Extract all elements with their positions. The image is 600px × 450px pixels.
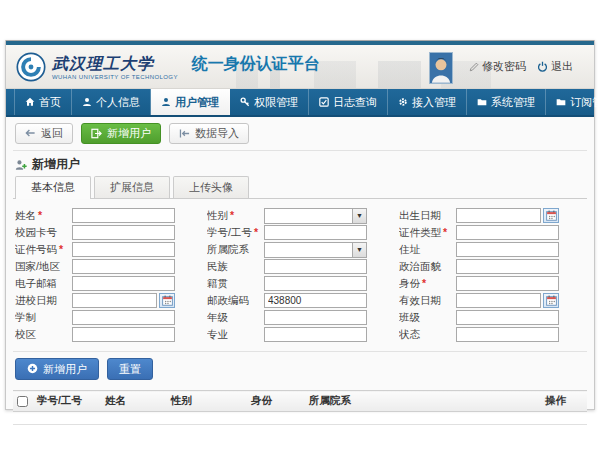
submit-add-user-button[interactable]: 新增用户 xyxy=(15,358,99,380)
form-field-identity: 身份* xyxy=(399,275,559,292)
nav-item-subscription[interactable]: 订阅管理 xyxy=(546,89,600,115)
valid-date-input[interactable] xyxy=(456,293,541,308)
tab-basic-info[interactable]: 基本信息 xyxy=(15,176,91,199)
form-field-student-id: 学号/工号* xyxy=(207,224,367,241)
nav-bar: 首页个人信息用户管理权限管理日志查询接入管理系统管理订阅管理 xyxy=(6,89,594,117)
country-input[interactable] xyxy=(72,259,175,274)
nav-item-system[interactable]: 系统管理 xyxy=(467,89,546,115)
column-header-gender: 性别 xyxy=(167,391,247,412)
nav-item-label: 系统管理 xyxy=(491,95,535,110)
student-id-input[interactable] xyxy=(264,225,367,240)
toolbar: 返回 新增用户 数据导入 xyxy=(13,117,587,151)
change-password-label: 修改密码 xyxy=(482,59,526,74)
calendar-icon[interactable] xyxy=(543,208,559,223)
platform-title: 统一身份认证平台 xyxy=(192,54,320,75)
class-input[interactable] xyxy=(456,310,559,325)
email-input[interactable] xyxy=(72,276,175,291)
department-select[interactable]: ▼ xyxy=(264,242,367,258)
input-wrap xyxy=(72,242,175,257)
major-input[interactable] xyxy=(264,327,367,342)
address-input[interactable] xyxy=(456,242,559,257)
field-label-ethnicity: 民族 xyxy=(207,260,264,274)
field-label-campus: 校区 xyxy=(15,328,72,342)
form-field-country: 国家/地区 xyxy=(15,258,175,275)
form-field-political-status: 政治面貌 xyxy=(399,258,559,275)
app-window: 武汉理工大学 WUHAN UNIVERSITY OF TECHNOLOGY 统一… xyxy=(5,40,595,410)
field-label-identity: 身份* xyxy=(399,277,456,291)
entry-date-input[interactable] xyxy=(72,293,157,308)
column-header-name: 姓名 xyxy=(101,391,167,412)
calendar-icon[interactable] xyxy=(543,293,559,308)
nav-item-logs[interactable]: 日志查询 xyxy=(309,89,388,115)
tab-upload-avatar[interactable]: 上传头像 xyxy=(173,176,249,198)
form-field-ethnicity: 民族 xyxy=(207,258,367,275)
id-type-input[interactable] xyxy=(456,225,559,240)
data-import-button[interactable]: 数据导入 xyxy=(169,123,249,144)
native-place-input[interactable] xyxy=(264,276,367,291)
nav-item-profile[interactable]: 个人信息 xyxy=(72,89,151,115)
empty-cell xyxy=(13,412,33,425)
section-title: 新增用户 xyxy=(32,156,80,173)
nav-item-label: 用户管理 xyxy=(175,95,219,110)
ethnicity-input[interactable] xyxy=(264,259,367,274)
checklist-icon xyxy=(319,97,329,107)
schooling-input[interactable] xyxy=(72,310,175,325)
plus-circle-icon xyxy=(27,363,38,376)
empty-cell xyxy=(167,412,247,425)
pencil-icon xyxy=(469,62,479,72)
select-all-checkbox[interactable] xyxy=(17,396,28,407)
university-name-block: 武汉理工大学 WUHAN UNIVERSITY OF TECHNOLOGY xyxy=(52,54,178,80)
form-tabs: 基本信息扩展信息上传头像 xyxy=(13,176,587,199)
logout-link[interactable]: 退出 xyxy=(537,59,573,74)
birth-date-input[interactable] xyxy=(456,208,541,223)
column-header-identity: 身份 xyxy=(247,391,305,412)
select-all-cell xyxy=(13,391,33,412)
chevron-down-icon: ▼ xyxy=(352,243,366,257)
identity-input[interactable] xyxy=(456,276,559,291)
form-field-status: 状态 xyxy=(399,326,559,343)
nav-item-permissions[interactable]: 权限管理 xyxy=(230,89,309,115)
form-field-native-place: 籍贯 xyxy=(207,275,367,292)
main-content: 返回 新增用户 数据导入 新增用户 基本信息扩展信息上传头像 姓名*校园卡号证件… xyxy=(6,117,594,425)
field-label-entry-date: 进校日期 xyxy=(15,294,72,308)
required-asterisk: * xyxy=(254,226,258,238)
nav-item-access[interactable]: 接入管理 xyxy=(388,89,467,115)
empty-row xyxy=(13,412,587,425)
grade-input[interactable] xyxy=(264,310,367,325)
reset-button[interactable]: 重置 xyxy=(107,358,153,380)
field-label-valid-date: 有效日期 xyxy=(399,294,456,308)
calendar-icon[interactable] xyxy=(159,293,175,308)
status-input[interactable] xyxy=(456,327,559,342)
home-icon xyxy=(25,97,35,107)
input-wrap xyxy=(72,310,175,325)
nav-item-users[interactable]: 用户管理 xyxy=(151,89,230,115)
name-input[interactable] xyxy=(72,208,175,223)
id-number-input[interactable] xyxy=(72,242,175,257)
postal-code-input[interactable] xyxy=(264,293,367,308)
political-status-input[interactable] xyxy=(456,259,559,274)
column-header-student-id: 学号/工号 xyxy=(33,391,101,412)
form-field-grade: 年级 xyxy=(207,309,367,326)
nav-item-home[interactable]: 首页 xyxy=(14,89,72,115)
nav-item-label: 订阅管理 xyxy=(570,95,600,110)
input-wrap xyxy=(264,293,367,308)
gender-select[interactable]: ▼ xyxy=(264,208,367,224)
change-password-link[interactable]: 修改密码 xyxy=(469,59,526,74)
tab-extended-info[interactable]: 扩展信息 xyxy=(94,176,170,198)
campus-card-input[interactable] xyxy=(72,225,175,240)
input-wrap xyxy=(456,276,559,291)
input-wrap xyxy=(72,276,175,291)
column-header-department: 所属院系 xyxy=(305,391,541,412)
field-label-address: 住址 xyxy=(399,243,456,257)
required-asterisk: * xyxy=(422,277,426,289)
results-table-header-row: 学号/工号姓名性别身份所属院系操作 xyxy=(13,391,587,412)
form-field-id-number: 证件号码* xyxy=(15,241,175,258)
campus-input[interactable] xyxy=(72,327,175,342)
back-button[interactable]: 返回 xyxy=(15,123,73,144)
data-import-label: 数据导入 xyxy=(195,126,239,141)
results-table: 学号/工号姓名性别身份所属院系操作 xyxy=(13,390,587,425)
add-user-toolbar-button[interactable]: 新增用户 xyxy=(81,123,161,144)
form-field-schooling: 学制 xyxy=(15,309,175,326)
input-wrap xyxy=(72,259,175,274)
field-label-class: 班级 xyxy=(399,311,456,325)
